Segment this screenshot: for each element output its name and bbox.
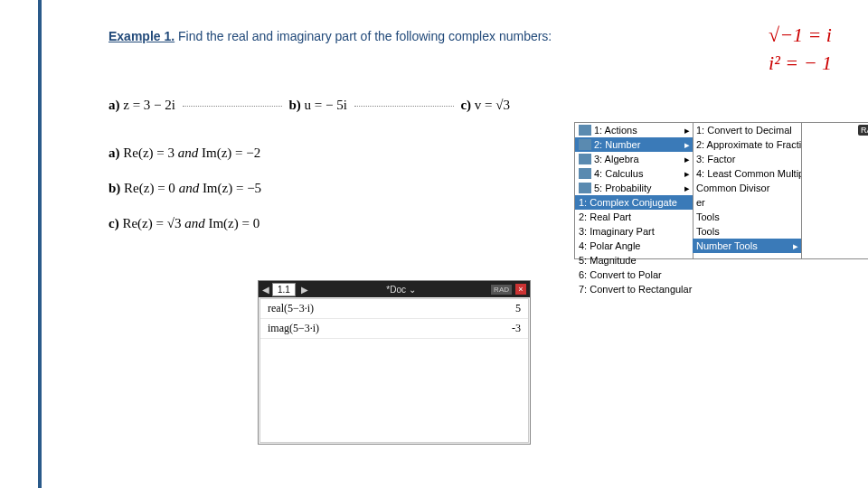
menu-item[interactable]: 2: Number▸: [575, 137, 693, 152]
nav-left-icon[interactable]: ◀: [262, 285, 269, 295]
identity-formulas: √−1 = i i² = − 1: [769, 22, 832, 78]
menu-text: 2: Real Part: [579, 211, 631, 222]
submenu-item[interactable]: 3: Factor: [693, 152, 801, 166]
menu-item[interactable]: 3: Algebra▸: [575, 152, 693, 166]
calc-tab[interactable]: 1.1: [272, 283, 296, 296]
submenu-item[interactable]: 1: Convert to Decimal: [693, 123, 801, 137]
menu-text: 5: Probability: [594, 183, 652, 193]
ans-c-label: c): [108, 216, 119, 230]
ans-b: b) Re(z) = 0 and Im(z) = −5: [108, 171, 261, 206]
menu-text: 1: Convert to Decimal: [696, 125, 792, 136]
ans-a-re: Re(z) = 3: [123, 145, 175, 160]
prob-c-expr: v = √3: [475, 98, 510, 112]
menu-col-2: 1: Convert to Decimal2: Approximate to F…: [693, 123, 802, 258]
submenu-arrow-icon: ▸: [684, 125, 690, 136]
close-icon[interactable]: ×: [515, 284, 526, 295]
prob-b-label: b): [289, 98, 301, 112]
submenu-arrow-icon: ▸: [793, 240, 798, 252]
ans-c-re: Re(z) = √3: [122, 216, 181, 230]
menu-text: 5: Magnitude: [579, 255, 637, 266]
submenu-item[interactable]: 2: Approximate to Fraction: [693, 137, 801, 152]
calc-line: real(5−3·i)5: [260, 299, 528, 319]
and-word: and: [178, 145, 199, 160]
ans-b-label: b): [108, 181, 120, 195]
calc-output: 5: [515, 302, 521, 315]
calc-output: -3: [512, 322, 521, 335]
answers-block: a) Re(z) = 3 and Im(z) = −2 b) Re(z) = 0…: [108, 136, 261, 241]
ans-a: a) Re(z) = 3 and Im(z) = −2: [108, 136, 261, 171]
menu-text: Tools: [696, 226, 720, 237]
submenu-item[interactable]: er: [693, 195, 801, 210]
ans-c-im: Im(z) = 0: [208, 216, 259, 230]
menu-text: 3: Algebra: [594, 154, 639, 164]
menu-item[interactable]: 1: Actions▸: [575, 123, 693, 137]
example-prompt: Example 1. Find the real and imaginary p…: [108, 27, 597, 46]
submenu-item[interactable]: Common Divisor: [693, 181, 801, 195]
menu-text: 4: Polar Angle: [579, 240, 641, 251]
submenu-item[interactable]: 4: Least Common Multiple: [693, 166, 801, 181]
calc-input: real(5−3·i): [268, 302, 314, 315]
menu-icon: [579, 154, 591, 164]
menu-icon: [579, 168, 591, 179]
menu-text: 4: Calculus: [594, 168, 643, 179]
dotted-sep: [354, 106, 454, 107]
menu-item[interactable]: 5: Probability▸: [575, 181, 693, 195]
menu-text: 2: Number: [594, 139, 640, 150]
submenu-arrow-icon: ▸: [684, 154, 690, 165]
menu-text: 3: Factor: [696, 154, 735, 164]
menu-text: 1: Actions: [594, 125, 637, 136]
prob-a-label: a): [108, 98, 120, 112]
menu-icon: [579, 125, 591, 136]
example-text: Find the real and imaginary part of the …: [178, 29, 552, 43]
menu-text: Tools: [696, 211, 720, 222]
page-content: Example 1. Find the real and imaginary p…: [45, 0, 868, 488]
ans-a-im: Im(z) = −2: [202, 145, 260, 160]
submenu-arrow-icon: ▸: [684, 168, 690, 180]
problem-list: a) z = 3 − 2i b) u = − 5i c) v = √3: [108, 98, 510, 113]
menu-item[interactable]: 4: Calculus▸: [575, 166, 693, 181]
calc-doc-title[interactable]: *Doc ⌄: [311, 285, 491, 295]
prob-a-expr: z = 3 − 2i: [123, 98, 175, 112]
submenu-item[interactable]: 3: Imaginary Part: [575, 224, 693, 239]
submenu-item[interactable]: Tools: [693, 210, 801, 224]
rad-indicator: RAD: [491, 285, 512, 295]
menu-text: 6: Convert to Polar: [579, 269, 662, 280]
formula-2: i² = − 1: [769, 50, 832, 78]
calc-input: imag(5−3·i): [268, 322, 319, 335]
menu-text: 1: Complex Conjugate: [579, 197, 677, 208]
menu-col-1: 1: Actions▸2: Number▸3: Algebra▸4: Calcu…: [575, 123, 693, 258]
nav-right-icon[interactable]: ▶: [301, 285, 308, 295]
menu-text: 4: Least Common Multiple: [696, 168, 801, 179]
menu-text: Number Tools: [696, 240, 758, 251]
calc-titlebar: ◀ 1.1 ▶ *Doc ⌄ RAD ×: [259, 281, 530, 297]
submenu-item[interactable]: 7: Convert to Rectangular: [575, 282, 693, 296]
menu-text: 7: Convert to Rectangular: [579, 284, 692, 295]
ans-b-re: Re(z) = 0: [124, 181, 175, 195]
submenu-item[interactable]: 4: Polar Angle: [575, 239, 693, 253]
submenu-item[interactable]: 2: Real Part: [575, 210, 693, 224]
ans-c: c) Re(z) = √3 and Im(z) = 0: [108, 206, 261, 241]
submenu-item[interactable]: 1: Complex Conjugate: [575, 195, 693, 210]
submenu-item[interactable]: Tools: [693, 224, 801, 239]
menu-col-3: [801, 123, 868, 258]
ans-a-label: a): [108, 145, 120, 160]
formula-1: √−1 = i: [769, 22, 832, 50]
calc-body[interactable]: real(5−3·i)5imag(5−3·i)-3: [259, 298, 529, 443]
calculator-window: ◀ 1.1 ▶ *Doc ⌄ RAD × real(5−3·i)5imag(5−…: [258, 280, 531, 445]
example-label: Example 1.: [108, 29, 175, 43]
menu-text: Common Divisor: [696, 183, 769, 193]
submenu-item[interactable]: 5: Magnitude: [575, 253, 693, 267]
prob-b-expr: u = − 5i: [305, 98, 347, 112]
ans-b-im: Im(z) = −5: [203, 181, 261, 195]
menu-text: 2: Approximate to Fraction: [696, 139, 801, 150]
submenu-arrow-icon: ▸: [684, 183, 690, 194]
menu-icon: [579, 183, 591, 193]
submenu-item[interactable]: Number Tools▸: [693, 239, 801, 253]
left-rule: [0, 0, 42, 488]
menu-text: er: [696, 197, 705, 208]
dotted-sep: [183, 106, 282, 107]
submenu-item[interactable]: 6: Convert to Polar: [575, 267, 693, 282]
and-word: and: [179, 181, 200, 195]
menu-text: 3: Imaginary Part: [579, 226, 655, 237]
prob-c-label: c): [460, 98, 471, 112]
